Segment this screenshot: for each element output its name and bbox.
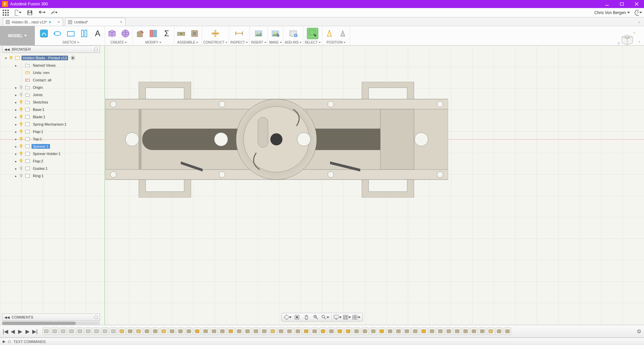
apps-grid-icon[interactable]: [2, 9, 9, 16]
timeline-feature[interactable]: [437, 328, 444, 335]
timeline-feature[interactable]: [277, 328, 285, 335]
timeline-feature[interactable]: [160, 328, 167, 335]
zoom-icon[interactable]: [312, 314, 320, 321]
ribbon-group-label[interactable]: ADD-INS: [285, 40, 302, 45]
timeline-feature[interactable]: [261, 328, 268, 335]
timeline-feature[interactable]: [462, 328, 469, 335]
tree-item[interactable]: ▸Spinner Holder:1: [2, 150, 100, 157]
ribbon-group-label[interactable]: INSERT: [251, 40, 266, 45]
ribbon-group-label[interactable]: MODIFY: [145, 40, 161, 45]
expand-icon[interactable]: ▸: [14, 64, 17, 67]
panel-options-icon[interactable]: [94, 316, 98, 319]
visibility-bulb-icon[interactable]: [19, 107, 23, 112]
timeline-feature[interactable]: [118, 328, 125, 335]
make-tool-0[interactable]: [270, 28, 281, 39]
save-icon[interactable]: [26, 9, 34, 16]
minimize-button[interactable]: [600, 0, 614, 8]
timeline-feature[interactable]: [202, 328, 209, 335]
document-tab[interactable]: Untitled* ×: [65, 18, 125, 26]
timeline-feature[interactable]: [210, 328, 218, 335]
timeline-feature[interactable]: [43, 328, 50, 335]
sketch-tool-3[interactable]: [78, 28, 90, 39]
expand-icon[interactable]: ▸: [14, 93, 17, 97]
tree-item[interactable]: ▸Joints: [2, 91, 100, 98]
timeline-feature[interactable]: [370, 328, 377, 335]
expand-text-commands-icon[interactable]: ▶: [3, 339, 5, 344]
timeline-feature[interactable]: [269, 328, 276, 335]
timeline-feature[interactable]: [504, 328, 511, 335]
timeline-feature[interactable]: [445, 328, 452, 335]
timeline-feature[interactable]: [76, 328, 84, 335]
text-commands-bar[interactable]: ▶ TEXT COMMANDS: [0, 338, 644, 345]
position-tool-1[interactable]: [337, 28, 348, 39]
select-tool-0[interactable]: [307, 28, 318, 39]
timeline-feature[interactable]: [68, 328, 75, 335]
visibility-bulb-icon[interactable]: [19, 92, 23, 97]
ribbon-group-label[interactable]: INSPECT: [230, 40, 248, 45]
timeline-feature[interactable]: [470, 328, 478, 335]
grid-settings-icon[interactable]: [343, 314, 351, 321]
close-button[interactable]: [629, 0, 644, 8]
timeline-feature[interactable]: [495, 328, 503, 335]
timeline-feature[interactable]: [303, 328, 310, 335]
expand-icon[interactable]: ▸: [14, 145, 17, 148]
look-at-icon[interactable]: [293, 314, 301, 321]
timeline-feature[interactable]: [194, 328, 201, 335]
tree-root[interactable]: ▾ Hidden Blade - Printed v13: [2, 54, 100, 62]
expand-icon[interactable]: ▸: [14, 86, 17, 89]
timeline-feature[interactable]: [378, 328, 385, 335]
timeline-feature[interactable]: [101, 328, 109, 335]
timeline-feature[interactable]: [428, 328, 436, 335]
expand-icon[interactable]: ▸: [14, 167, 17, 170]
tree-item[interactable]: ▸Flap:2: [2, 157, 100, 165]
viewport-layout-icon[interactable]: [353, 314, 361, 321]
visibility-bulb-icon[interactable]: [19, 85, 23, 90]
visibility-bulb-icon[interactable]: [9, 56, 13, 60]
timeline-feature[interactable]: [219, 328, 226, 335]
tree-item[interactable]: ▸Flap:1: [2, 128, 100, 135]
orbit-icon[interactable]: [284, 314, 292, 321]
timeline-feature[interactable]: [227, 328, 234, 335]
tree-item[interactable]: ▸Named Views: [2, 62, 100, 69]
timeline-feature[interactable]: [353, 328, 360, 335]
timeline-feature[interactable]: [244, 328, 251, 335]
tree-item[interactable]: ▸Guides:1: [2, 165, 100, 172]
visibility-bulb-icon[interactable]: [19, 166, 23, 171]
tree-item[interactable]: Units: mm: [2, 69, 100, 76]
user-menu[interactable]: Chris Von Bergen: [594, 10, 630, 15]
timeline-feature[interactable]: [252, 328, 260, 335]
expand-icon[interactable]: ▾: [4, 56, 7, 60]
expand-icon[interactable]: ▸: [14, 123, 17, 126]
modify-tool-1[interactable]: [148, 28, 159, 39]
workspace-switcher[interactable]: MODEL: [0, 26, 35, 45]
timeline-settings-icon[interactable]: ⚙: [637, 328, 641, 335]
collapse-icon[interactable]: ◀◀: [4, 48, 10, 51]
ribbon-group-label[interactable]: SKETCH: [62, 40, 79, 45]
visibility-bulb-icon[interactable]: [19, 129, 23, 134]
inspect-tool-0[interactable]: [233, 28, 245, 39]
comments-header[interactable]: ◀◀ COMMENTS: [2, 314, 100, 321]
ribbon-group-label[interactable]: CONSTRUCT: [203, 40, 227, 45]
timeline-play-icon[interactable]: ▶: [17, 328, 23, 335]
timeline-feature[interactable]: [319, 328, 327, 335]
visibility-bulb-icon[interactable]: [19, 115, 23, 119]
new-file-icon[interactable]: [14, 9, 21, 16]
help-icon[interactable]: ?: [635, 9, 642, 16]
add-ins-tool-0[interactable]: [287, 28, 299, 39]
timeline-end-icon[interactable]: ▶|: [32, 328, 38, 335]
tree-item[interactable]: ▸Origin: [2, 84, 100, 91]
document-tab-active[interactable]: Hidden Bl…nted v13* ×: [3, 18, 63, 26]
create-tool-1[interactable]: [120, 28, 131, 39]
timeline-feature[interactable]: [336, 328, 343, 335]
tree-item[interactable]: Contact: all: [2, 76, 100, 84]
timeline-feature[interactable]: [152, 328, 159, 335]
modify-tool-0[interactable]: [134, 28, 146, 39]
fit-icon[interactable]: [321, 314, 329, 321]
timeline-feature[interactable]: [386, 328, 394, 335]
position-tool-0[interactable]: [324, 28, 335, 39]
tree-item[interactable]: ▸Sketches: [2, 98, 100, 106]
timeline-start-icon[interactable]: |◀: [2, 328, 9, 335]
maximize-button[interactable]: [614, 0, 629, 8]
timeline-feature[interactable]: [143, 328, 151, 335]
timeline-feature[interactable]: [311, 328, 318, 335]
